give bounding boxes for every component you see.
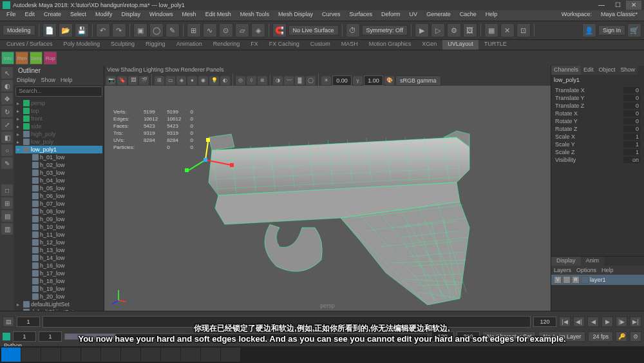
undo-icon[interactable]: ↶ [96, 23, 110, 37]
vp-textured-icon[interactable]: ◉ [198, 76, 208, 85]
single-persp-icon[interactable]: □ [1, 184, 13, 196]
shelf-tab-motion[interactable]: Motion Graphics [364, 40, 417, 50]
object-tab[interactable]: Object [596, 66, 618, 75]
charset-dropdown[interactable]: No Character Set [482, 331, 536, 342]
menu-display[interactable]: Display [118, 10, 145, 21]
menu-mesh[interactable]: Mesh [178, 10, 200, 21]
vp-lighting-menu[interactable]: Lighting [143, 66, 164, 74]
menu-deform[interactable]: Deform [377, 10, 404, 21]
task-app3[interactable] [121, 348, 140, 362]
channel-row[interactable]: Translate Y0 [553, 94, 643, 102]
menu-curves[interactable]: Curves [318, 10, 345, 21]
outliner-item[interactable]: h_16_low [15, 262, 102, 270]
goto-end-icon[interactable]: ▶| [630, 317, 641, 327]
panel-layout-icon[interactable]: ▦ [484, 23, 498, 37]
vp-motion-icon[interactable]: 〰 [284, 76, 294, 85]
task-app6[interactable] [201, 348, 220, 362]
channel-row[interactable]: Scale Y1 [553, 141, 643, 148]
layer-color-swatch[interactable] [581, 276, 589, 284]
task-explorer[interactable] [61, 348, 80, 362]
lasso-tool-icon[interactable]: ◐ [1, 80, 13, 92]
menu-create[interactable]: Create [40, 10, 65, 21]
display-tab[interactable]: Display [551, 257, 581, 266]
task-app2[interactable] [101, 348, 120, 362]
menu-modify[interactable]: Modify [91, 10, 117, 21]
xgen-icon[interactable]: ✕ [500, 23, 515, 37]
vp-xray-joint-icon[interactable]: ⊗ [258, 76, 267, 85]
anim-start[interactable]: 1 [39, 331, 62, 342]
symmetry-tool-icon[interactable]: ✎ [1, 157, 13, 169]
outliner-item[interactable]: h_20_low [15, 293, 102, 300]
layer-vis-toggle[interactable]: V [554, 276, 562, 284]
vp-isolate-icon[interactable]: ◎ [236, 76, 245, 85]
vp-dof-icon[interactable]: ◯ [306, 76, 316, 85]
vp-fov-field[interactable]: 1.00 [364, 75, 383, 86]
outliner-item[interactable]: h_18_low [15, 277, 102, 285]
shelf-tab-uv[interactable]: UVLayout [442, 40, 478, 50]
shelf-tab-anim[interactable]: Animation [171, 40, 207, 50]
shelf-tab-render[interactable]: Rendering [208, 40, 245, 50]
outliner-item[interactable]: h_10_low [15, 223, 102, 231]
anim-end[interactable]: 120 [431, 331, 454, 342]
snap-point-icon[interactable]: ⊙ [219, 23, 233, 37]
task-app1[interactable] [81, 348, 100, 362]
outliner-toggle-icon[interactable]: ▤ [3, 317, 14, 327]
open-scene-icon[interactable]: 📂 [59, 23, 73, 37]
start-button[interactable] [1, 348, 21, 362]
paint-icon[interactable]: ✎ [166, 23, 180, 37]
marketplace-icon[interactable]: 🛒 [627, 23, 641, 37]
outliner-item[interactable]: h_06_low [15, 192, 102, 200]
outliner-item[interactable]: h_17_low [15, 270, 102, 277]
animlayer-dropdown[interactable]: No Anim Layer [538, 331, 585, 342]
outliner-item[interactable]: h_05_low [15, 184, 102, 192]
step-fwd-icon[interactable]: |▶ [616, 317, 627, 327]
outliner-item[interactable]: ▸high_poly [15, 130, 102, 138]
vp-gamma-icon[interactable]: γ [353, 76, 363, 85]
workspace-value[interactable]: Maya Classic* [597, 10, 641, 21]
shelf-tab-sculpt[interactable]: Sculpting [106, 40, 140, 50]
outliner-search[interactable]: Search... [15, 86, 102, 97]
options-menu[interactable]: Options [576, 267, 596, 273]
outliner-item[interactable]: ▸persp [15, 99, 102, 107]
menu-uv[interactable]: UV [406, 10, 422, 21]
edit-tab[interactable]: Edit [581, 66, 596, 75]
soft-select-icon[interactable]: ○ [1, 144, 13, 156]
channel-row[interactable]: Translate Z0 [553, 102, 643, 110]
shelf-selq-icon[interactable]: Selq [30, 52, 43, 64]
time-end[interactable]: 120 [533, 317, 556, 327]
shelf-tab-curves[interactable]: Curves / Surfaces [1, 40, 58, 50]
vp-grid-icon[interactable]: ⊞ [155, 76, 164, 85]
render-icon[interactable]: ▶ [415, 23, 429, 37]
vp-show-menu[interactable]: Show [165, 66, 180, 74]
layout2-icon[interactable]: ▥ [1, 223, 13, 235]
vp-exposure-icon[interactable]: ☀ [321, 76, 331, 85]
snap-plane-icon[interactable]: ▱ [235, 23, 249, 37]
channel-row[interactable]: Rotate Z0 [553, 125, 643, 133]
vp-smooth-icon[interactable]: ● [187, 76, 197, 85]
menu-generate[interactable]: Generate [422, 10, 455, 21]
vp-panels-menu[interactable]: Panels [206, 66, 224, 74]
outliner-item[interactable]: h_09_low [15, 215, 102, 223]
select-mode-icon[interactable]: ▣ [133, 23, 147, 37]
menu-surfaces[interactable]: Surfaces [346, 10, 377, 21]
vp-film-icon[interactable]: 🎬 [139, 76, 149, 85]
outliner-item[interactable]: ▸front [15, 115, 102, 123]
mode-dropdown[interactable]: Modeling [3, 25, 35, 35]
time-track[interactable] [43, 316, 531, 328]
vp-bookmark-icon[interactable]: 🔖 [117, 76, 127, 85]
vp-gamma-dropdown[interactable]: sRGB gamma [395, 75, 441, 86]
vp-view-menu[interactable]: View [107, 66, 119, 74]
shelf-ren-icon[interactable]: Ren [15, 52, 28, 64]
outliner-item[interactable]: h_04_low [15, 177, 102, 184]
scale-tool-icon[interactable]: ⤢ [1, 119, 13, 130]
menu-edit[interactable]: Edit [21, 10, 39, 21]
vp-ao-icon[interactable]: ◑ [273, 76, 283, 85]
layer-row[interactable]: V R layer1 [551, 275, 644, 285]
vp-gate-icon[interactable]: ▭ [166, 76, 175, 85]
vp-near-field[interactable]: 0.00 [332, 75, 352, 86]
layers-menu[interactable]: Layers [554, 267, 571, 273]
shelf-tab-mash[interactable]: MASH [336, 40, 363, 50]
outliner-item[interactable]: h_19_low [15, 285, 102, 293]
menu-file[interactable]: File [3, 10, 20, 21]
viewport[interactable]: Verts:519951990Edges:10612106120Faces:54… [104, 86, 551, 311]
